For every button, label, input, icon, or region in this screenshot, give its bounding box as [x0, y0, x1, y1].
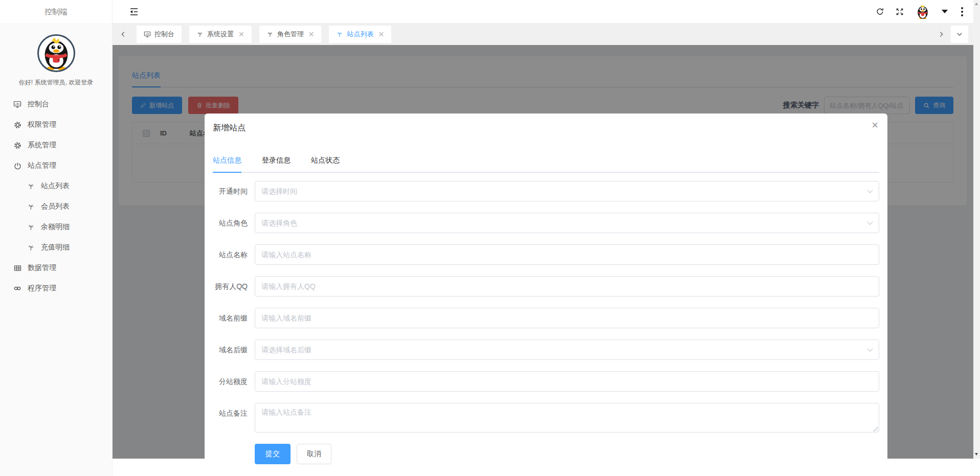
app-window: 控制端: [0, 0, 980, 476]
welcome-text: 你好! 系统管理员, 欢迎登录: [0, 78, 112, 87]
sidebar-item-label: 站点管理: [28, 161, 56, 170]
scroll-down-icon[interactable]: [975, 453, 978, 456]
tabs-dropdown-icon[interactable]: [951, 26, 968, 43]
sidebar: 控制端: [0, 0, 113, 476]
tree-icon: [336, 31, 343, 37]
tab-site-list[interactable]: 站点列表 ✕: [329, 26, 391, 43]
owner-qq-input[interactable]: [255, 276, 879, 297]
form-row-owner-qq: 拥有人QQ: [213, 276, 879, 297]
modal-tab-site-info[interactable]: 站点信息: [213, 156, 241, 173]
add-site-form: 开通时间 站点角色 站点名称 拥有人QQ: [213, 181, 879, 464]
sidebar-item-site-management[interactable]: 站点管理: [0, 155, 112, 176]
scroll-up-icon[interactable]: [975, 3, 978, 5]
sidebar-item-permissions[interactable]: 权限管理: [0, 115, 112, 135]
sidebar-item-system[interactable]: 系统管理: [0, 135, 112, 155]
domain-prefix-input[interactable]: [255, 308, 879, 328]
form-row-remark: 站点备注: [213, 403, 879, 433]
cancel-button[interactable]: 取消: [297, 444, 331, 464]
sidebar-item-label: 程序管理: [28, 284, 56, 293]
tree-icon: [27, 244, 35, 251]
dashboard-icon: [144, 31, 151, 38]
tab-role-management[interactable]: 角色管理 ✕: [259, 26, 322, 43]
tabs-scroll-left-icon[interactable]: [118, 29, 129, 40]
field-label: 拥有人QQ: [213, 276, 248, 297]
field-label: 站点备注: [213, 403, 248, 423]
sidebar-item-label: 权限管理: [28, 120, 56, 129]
user-avatar[interactable]: [915, 4, 930, 19]
fullscreen-icon[interactable]: [896, 8, 904, 16]
field-label: 域名前缀: [213, 308, 248, 328]
sidebar-item-label: 充值明细: [41, 243, 70, 252]
tab-console[interactable]: 控制台: [137, 26, 182, 43]
tree-icon: [27, 203, 35, 210]
open-time-select[interactable]: [255, 181, 879, 201]
quota-input[interactable]: [255, 371, 879, 392]
modal-tab-site-status[interactable]: 站点状态: [311, 156, 340, 172]
browser-scrollbar[interactable]: [973, 0, 980, 459]
tab-label: 角色管理: [277, 30, 304, 39]
close-icon[interactable]: ✕: [308, 31, 315, 38]
tab-system-settings[interactable]: 系统设置 ✕: [189, 26, 252, 43]
tabs-scroll-right-icon[interactable]: [936, 29, 947, 40]
sidebar-item-recharge-detail[interactable]: 充值明细: [0, 237, 112, 258]
tree-icon: [27, 183, 35, 190]
menu-fold-icon[interactable]: [129, 7, 139, 16]
tab-bar: 控制台 系统设置 ✕ 角色管理 ✕ 站点列表 ✕: [113, 23, 973, 45]
sidebar-item-program-management[interactable]: 程序管理: [0, 278, 112, 299]
modal-footer: 提交 取消: [255, 444, 879, 464]
site-name-input[interactable]: [255, 244, 879, 265]
qq-penguin-icon: [915, 4, 930, 19]
domain-suffix-select[interactable]: [255, 339, 879, 360]
form-row-site-role: 站点角色: [213, 213, 879, 233]
close-icon[interactable]: ✕: [238, 31, 244, 38]
sidebar-item-label: 站点列表: [41, 182, 70, 191]
dashboard-icon: [13, 100, 21, 108]
sidebar-item-site-list[interactable]: 站点列表: [0, 176, 112, 196]
gear-icon: [13, 142, 21, 149]
close-icon[interactable]: ✕: [378, 31, 384, 38]
app-title: 控制端: [0, 0, 112, 23]
tree-icon: [27, 224, 35, 231]
add-site-modal: 新增站点 × 站点信息 登录信息 站点状态 开通时间 站点角色: [205, 114, 887, 476]
refresh-icon[interactable]: [876, 7, 884, 16]
site-role-select[interactable]: [255, 213, 879, 233]
gear-icon: [13, 121, 21, 129]
navbar-actions: [876, 4, 965, 19]
remark-textarea[interactable]: [255, 403, 879, 433]
sidebar-item-console[interactable]: 控制台: [0, 94, 112, 115]
sidebar-item-label: 系统管理: [28, 141, 56, 150]
infinity-icon: [13, 284, 21, 292]
tab-label: 控制台: [154, 30, 174, 39]
form-row-domain-suffix: 域名后缀: [213, 339, 879, 360]
resize-handle[interactable]: [873, 426, 878, 432]
sidebar-item-label: 会员列表: [41, 202, 70, 211]
modal-title: 新增站点: [213, 123, 879, 133]
modal-tab-login-info[interactable]: 登录信息: [262, 156, 291, 172]
close-icon[interactable]: ×: [872, 120, 878, 131]
avatar: [37, 34, 75, 72]
field-label: 分站额度: [213, 371, 248, 392]
submit-button[interactable]: 提交: [255, 444, 291, 464]
power-icon: [13, 162, 21, 170]
tree-icon: [196, 31, 204, 37]
sidebar-item-label: 余额明细: [41, 222, 70, 232]
tab-label: 系统设置: [207, 30, 234, 39]
field-label: 站点名称: [213, 244, 248, 265]
profile-block: 你好! 系统管理员, 欢迎登录: [0, 23, 112, 87]
modal-tab-row: 站点信息 登录信息 站点状态: [213, 156, 879, 173]
sidebar-item-member-list[interactable]: 会员列表: [0, 196, 112, 217]
more-options-icon[interactable]: [959, 6, 965, 17]
field-label: 站点角色: [213, 213, 248, 233]
field-label: 开通时间: [213, 181, 248, 201]
qq-penguin-icon: [39, 36, 74, 71]
sidebar-item-label: 控制台: [28, 100, 49, 109]
form-row-quota: 分站额度: [213, 371, 879, 392]
tab-label: 站点列表: [347, 30, 373, 39]
table-icon: [13, 264, 21, 272]
chevron-down-icon[interactable]: [942, 10, 948, 13]
form-row-site-name: 站点名称: [213, 244, 879, 265]
sidebar-item-data-management[interactable]: 数据管理: [0, 258, 112, 278]
sidebar-item-label: 数据管理: [28, 263, 56, 273]
tab-bar-right: [936, 26, 968, 43]
sidebar-item-balance-detail[interactable]: 余额明细: [0, 217, 112, 237]
